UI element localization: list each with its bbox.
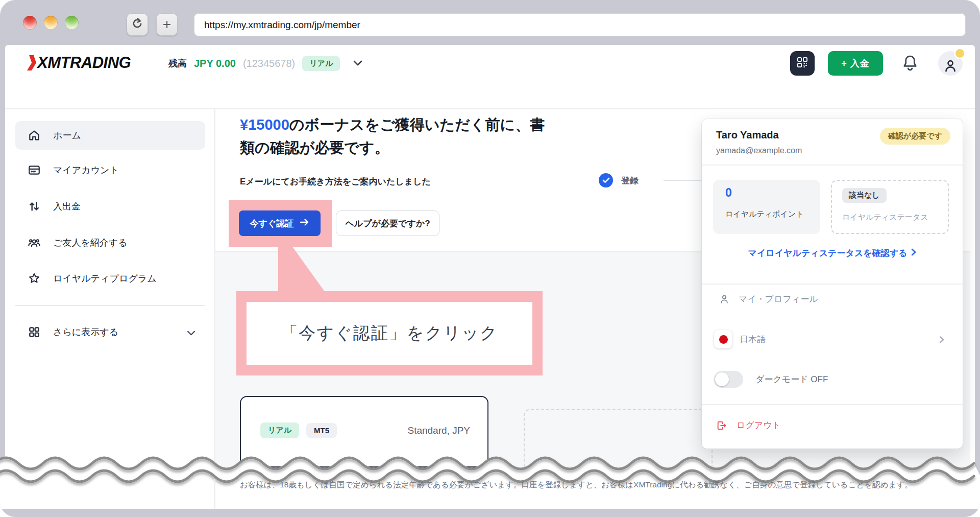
page-title: ¥15000のボーナスをご獲得いただく前に、書 類の確認が必要です。 <box>240 113 597 159</box>
loyalty-points-value: 0 <box>725 186 732 200</box>
menu-item-darkmode: ダークモード OFF <box>714 371 828 388</box>
progress-step-label: 登録 <box>621 175 639 186</box>
account-number: (12345678) <box>243 58 295 69</box>
sidebar-item-loyalty[interactable]: ロイヤルティプログラム <box>15 264 205 293</box>
star-icon <box>28 272 41 285</box>
balance-selector[interactable]: 残高 JPY 0.00 (12345678) リアル <box>168 51 362 76</box>
arrow-right-icon <box>300 218 309 229</box>
deposit-button[interactable]: + 入金 <box>828 51 883 76</box>
notification-dot <box>955 49 964 58</box>
account-details-text: Standard, JPY <box>407 425 470 436</box>
need-help-label: ヘルプが必要ですか? <box>345 218 430 229</box>
maximize-window-button[interactable] <box>65 16 79 30</box>
account-type-badge: リアル <box>302 56 340 71</box>
annotation-callout: 「今すぐ認証」をクリック <box>236 291 543 375</box>
url-bar[interactable]: https://my.xmtrading.com/jp/member <box>194 13 966 36</box>
sidebar-item-label: マイアカウント <box>53 164 119 176</box>
verification-status-badge: 確認が必要です <box>880 128 950 145</box>
check-circle-icon <box>599 173 613 187</box>
people-icon <box>28 236 41 249</box>
platform-badge: MT5 <box>306 423 337 438</box>
url-text: https://my.xmtrading.com/jp/member <box>204 19 360 31</box>
sidebar-item-myaccount[interactable]: マイアカウント <box>15 156 205 184</box>
deposit-button-label: + 入金 <box>841 57 870 69</box>
sidebar-divider-bottom <box>214 479 215 509</box>
callout-pointer <box>276 247 327 293</box>
user-menu-panel: Taro Yamada yamada@example.com 確認が必要です 0… <box>702 119 963 449</box>
sidebar-item-refer-friend[interactable]: ご友人を紹介する <box>15 228 205 257</box>
chevron-down-icon[interactable] <box>187 328 195 338</box>
sidebar-item-label: ロイヤルティプログラム <box>53 272 157 285</box>
loyalty-points-card: 0 ロイヤルティポイント <box>713 180 820 234</box>
menu-item-language[interactable]: 日本語 <box>714 330 766 348</box>
menu-item-label: 日本語 <box>740 334 766 345</box>
reload-button[interactable] <box>127 13 148 36</box>
sidebar-item-label: さらに表示する <box>53 326 118 338</box>
plus-icon: + <box>163 17 171 32</box>
menu-item-profile[interactable]: マイ・プロフィール <box>718 293 818 305</box>
header-divider <box>5 108 975 109</box>
browser-window: + https://my.xmtrading.com/jp/member XMT… <box>0 0 980 517</box>
user-name: Taro Yamada <box>716 129 779 141</box>
email-instruction-text: Eメールにてお手続き方法をご案内いたしました <box>240 176 431 187</box>
sidebar-section-divider <box>15 305 205 306</box>
menu-item-label: ログアウト <box>737 419 781 431</box>
logo-text: XMTRADING <box>37 54 131 72</box>
minimize-window-button[interactable] <box>44 16 58 30</box>
xmtrading-logo[interactable]: XMTRADING <box>28 54 131 72</box>
card-icon <box>28 163 41 177</box>
sidebar-item-label: 入出金 <box>53 200 81 213</box>
sidebar-item-home[interactable]: ホーム <box>15 121 205 150</box>
loyalty-status-card: 該当なし ロイヤルティステータス <box>831 180 949 234</box>
toggle-knob <box>715 372 729 386</box>
new-tab-button[interactable]: + <box>156 13 178 36</box>
progress-connector-line <box>664 180 701 181</box>
bell-icon <box>901 66 919 75</box>
panel-divider <box>702 284 963 285</box>
bonus-amount: ¥15000 <box>240 116 289 133</box>
close-window-button[interactable] <box>23 16 37 30</box>
menu-item-logout[interactable]: ログアウト <box>716 419 781 431</box>
darkmode-toggle[interactable] <box>714 371 743 388</box>
chevron-right-icon <box>911 248 916 258</box>
sidebar-item-label: ホーム <box>53 129 81 142</box>
logo-mark-icon <box>27 55 37 70</box>
qr-code-icon <box>796 56 808 70</box>
user-email: yamada@example.com <box>716 146 802 155</box>
verify-now-label: 今すぐ認証 <box>250 218 294 229</box>
chevron-down-icon[interactable] <box>353 59 362 68</box>
loyalty-status-label: ロイヤルティステータス <box>842 213 928 222</box>
sidebar-item-label: ご友人を紹介する <box>53 237 128 249</box>
up-down-arrows-icon <box>28 200 41 213</box>
person-icon <box>718 293 730 305</box>
notifications-button[interactable] <box>901 54 919 75</box>
balance-value: JPY 0.00 <box>194 58 236 69</box>
chevron-right-icon[interactable] <box>939 336 944 346</box>
japan-flag-icon <box>714 330 732 348</box>
home-icon <box>28 129 41 142</box>
grid-icon <box>28 325 41 339</box>
loyalty-status-link[interactable]: マイロイヤルティステータスを確認する <box>702 247 963 259</box>
need-help-button[interactable]: ヘルプが必要ですか? <box>336 210 439 236</box>
menu-item-label: ダークモード OFF <box>755 373 828 385</box>
legal-footer-text: お客様は、18歳もしくは自国で定められる法定年齢である必要がございます。口座を登… <box>240 478 965 491</box>
qr-code-button[interactable] <box>790 51 815 76</box>
menu-item-label: マイ・プロフィール <box>739 293 818 305</box>
loyalty-status-value: 該当なし <box>842 188 887 203</box>
panel-divider <box>702 165 963 166</box>
panel-divider <box>702 404 963 405</box>
balance-label: 残高 <box>168 57 187 69</box>
logout-icon <box>716 420 728 431</box>
reload-icon <box>131 17 144 32</box>
user-avatar-icon <box>943 57 958 76</box>
sidebar-item-funds[interactable]: 入出金 <box>15 192 205 221</box>
annotation-callout-text: 「今すぐ認証」をクリック <box>247 302 532 365</box>
verify-now-button[interactable]: 今すぐ認証 <box>239 210 321 236</box>
account-type-badge: リアル <box>260 422 299 438</box>
sidebar-item-show-more[interactable]: さらに表示する <box>15 318 205 346</box>
progress-step-registration: 登録 <box>599 173 639 187</box>
loyalty-points-label: ロイヤルティポイント <box>725 209 804 219</box>
